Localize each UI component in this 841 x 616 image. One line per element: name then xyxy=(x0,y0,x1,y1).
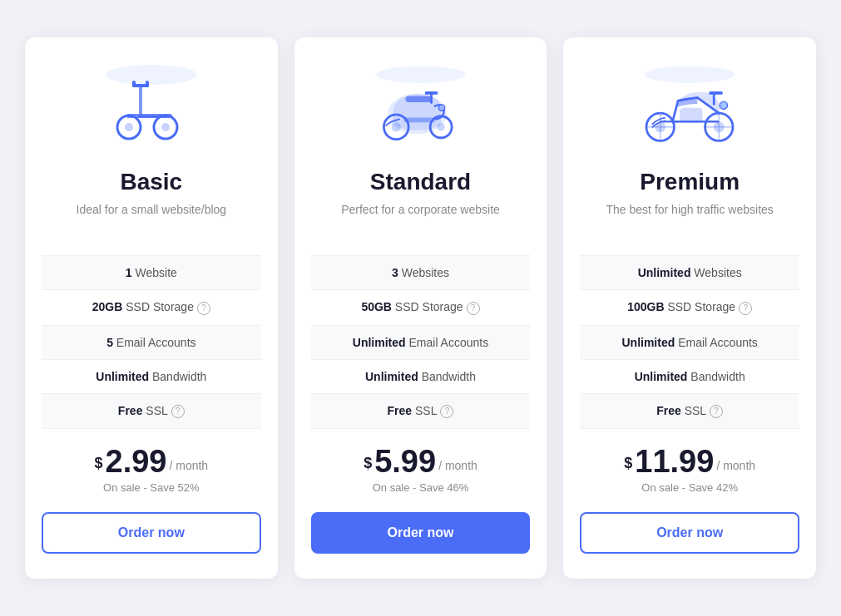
standard-desc: Perfect for a corporate website xyxy=(341,202,500,235)
standard-dollar: $ xyxy=(364,455,372,472)
basic-feature-0-text: Website xyxy=(132,266,177,279)
standard-feature-2-text: Email Accounts xyxy=(406,336,489,349)
basic-pricing: $2.99/ monthOn sale - Save 52%Order now xyxy=(42,446,261,554)
premium-feature-3-text: Bandwidth xyxy=(687,370,745,383)
basic-feature-1-help-icon[interactable]: ? xyxy=(197,302,210,315)
plan-card-standard: StandardPerfect for a corporate website3… xyxy=(294,37,547,579)
standard-feature-2-bold: Unlimited xyxy=(353,336,406,349)
premium-pricing: $11.99/ monthOn sale - Save 42%Order now xyxy=(580,446,799,554)
basic-sale: On sale - Save 52% xyxy=(42,481,261,494)
premium-feature-4-help-icon[interactable]: ? xyxy=(710,405,723,418)
premium-feature-1-help-icon[interactable]: ? xyxy=(739,302,752,315)
basic-name: Basic xyxy=(120,169,182,195)
premium-sale: On sale - Save 42% xyxy=(580,481,799,494)
basic-per: / month xyxy=(169,459,208,472)
svg-point-7 xyxy=(161,123,170,131)
premium-dollar: $ xyxy=(624,455,632,472)
premium-feature-1-text: SSD Storage xyxy=(665,300,736,313)
standard-order-button[interactable]: Order now xyxy=(311,512,531,554)
standard-feature-0: 3 Websites xyxy=(311,256,531,290)
premium-desc: The best for high traffic websites xyxy=(606,202,774,235)
basic-feature-3: Unlimited Bandwidth xyxy=(42,360,261,394)
svg-rect-2 xyxy=(139,86,142,116)
plan-card-basic: BasicIdeal for a small website/blog1 Web… xyxy=(25,37,278,579)
premium-feature-1: 100GB SSD Storage? xyxy=(580,290,799,325)
standard-feature-3: Unlimited Bandwidth xyxy=(311,360,531,394)
premium-feature-2-bold: Unlimited xyxy=(621,336,675,349)
basic-dollar: $ xyxy=(94,455,102,472)
standard-feature-1-help-icon[interactable]: ? xyxy=(467,302,480,315)
premium-order-button[interactable]: Order now xyxy=(580,512,799,554)
basic-feature-4: Free SSL? xyxy=(42,394,261,429)
svg-rect-33 xyxy=(709,91,723,95)
basic-feature-1: 20GB SSD Storage? xyxy=(42,290,261,325)
standard-illustration xyxy=(367,62,475,154)
basic-feature-2-text: Email Accounts xyxy=(113,336,196,349)
standard-feature-4-help-icon[interactable]: ? xyxy=(440,405,453,418)
pricing-container: BasicIdeal for a small website/blog1 Web… xyxy=(17,29,824,587)
basic-feature-1-text: SSD Storage xyxy=(122,300,194,313)
standard-feature-1-text: SSD Storage xyxy=(392,300,463,313)
basic-features: 1 Website20GB SSD Storage?5 Email Accoun… xyxy=(42,255,261,429)
svg-rect-4 xyxy=(132,81,136,87)
standard-feature-4-bold: Free xyxy=(388,404,413,417)
standard-feature-3-text: Bandwidth xyxy=(418,370,476,383)
standard-feature-0-text: Websites xyxy=(398,266,449,279)
premium-features: Unlimited Websites100GB SSD Storage?Unli… xyxy=(580,255,799,429)
standard-price-line: $5.99/ month xyxy=(311,446,531,477)
standard-features: 3 Websites50GB SSD Storage?Unlimited Ema… xyxy=(311,255,531,429)
premium-feature-0-bold: Unlimited xyxy=(638,266,691,279)
premium-per: / month xyxy=(716,459,755,472)
premium-feature-0-text: Websites xyxy=(690,266,741,279)
svg-rect-22 xyxy=(403,118,434,123)
premium-feature-3: Unlimited Bandwidth xyxy=(580,360,799,394)
svg-point-12 xyxy=(376,67,466,83)
standard-per: / month xyxy=(438,459,477,472)
premium-feature-2: Unlimited Email Accounts xyxy=(580,326,799,360)
svg-point-17 xyxy=(438,105,444,111)
svg-rect-35 xyxy=(680,109,702,123)
basic-feature-2-bold: 5 xyxy=(106,336,113,349)
svg-point-21 xyxy=(437,123,444,131)
standard-feature-2: Unlimited Email Accounts xyxy=(311,326,531,360)
premium-amount: 11.99 xyxy=(635,446,714,477)
svg-rect-16 xyxy=(424,91,438,95)
svg-rect-15 xyxy=(430,93,433,104)
svg-point-0 xyxy=(106,65,197,85)
svg-point-19 xyxy=(391,122,400,131)
basic-desc: Ideal for a small website/blog xyxy=(77,202,227,235)
standard-feature-4: Free SSL? xyxy=(311,394,531,429)
svg-rect-32 xyxy=(713,93,715,106)
basic-order-button[interactable]: Order now xyxy=(42,512,261,554)
plan-card-premium: PremiumThe best for high traffic website… xyxy=(563,37,816,579)
basic-feature-3-bold: Unlimited xyxy=(96,370,149,383)
basic-feature-4-text: SSL xyxy=(142,404,167,417)
premium-price-line: $11.99/ month xyxy=(580,446,799,477)
premium-feature-2-text: Email Accounts xyxy=(675,336,758,349)
standard-amount: 5.99 xyxy=(374,446,436,477)
premium-feature-4-text: SSL xyxy=(681,404,706,417)
basic-feature-2: 5 Email Accounts xyxy=(42,326,261,360)
standard-feature-3-bold: Unlimited xyxy=(365,370,418,383)
premium-feature-4-bold: Free xyxy=(656,404,681,417)
premium-feature-3-bold: Unlimited xyxy=(635,370,688,383)
basic-amount: 2.99 xyxy=(106,446,167,477)
svg-rect-14 xyxy=(405,96,433,102)
basic-feature-0: 1 Website xyxy=(42,256,261,290)
standard-feature-0-bold: 3 xyxy=(392,266,398,279)
standard-feature-4-text: SSL xyxy=(412,404,437,417)
basic-feature-0-bold: 1 xyxy=(126,266,132,279)
basic-feature-4-help-icon[interactable]: ? xyxy=(171,405,185,418)
standard-pricing: $5.99/ monthOn sale - Save 46%Order now xyxy=(311,446,531,554)
svg-point-23 xyxy=(645,67,735,83)
basic-illustration xyxy=(97,62,205,154)
svg-point-34 xyxy=(720,101,727,109)
premium-feature-1-bold: 100GB xyxy=(627,300,664,313)
svg-rect-5 xyxy=(146,81,149,87)
standard-name: Standard xyxy=(370,169,471,195)
standard-feature-1-bold: 50GB xyxy=(361,300,392,313)
basic-feature-3-text: Bandwidth xyxy=(149,370,206,383)
standard-sale: On sale - Save 46% xyxy=(311,481,531,494)
basic-feature-1-bold: 20GB xyxy=(92,300,123,313)
basic-feature-4-bold: Free xyxy=(118,404,143,417)
